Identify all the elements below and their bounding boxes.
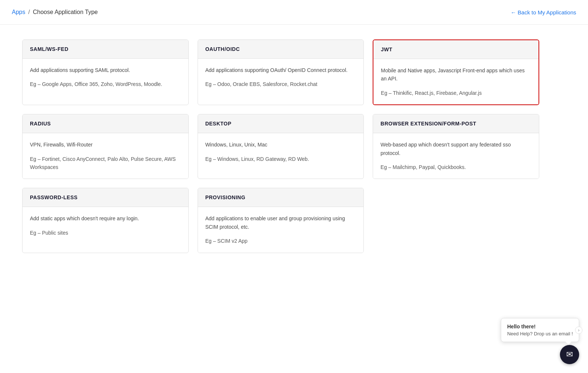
card-title-desktop: DESKTOP (205, 121, 232, 127)
card-title-oauth: OAUTH/OIDC (205, 46, 240, 52)
card-description-provisioning: Add applications to enable user and grou… (205, 214, 356, 231)
card-header-desktop: DESKTOP (198, 114, 364, 133)
card-description-browser-extension: Web-based app which doesn't support any … (380, 141, 531, 157)
card-examples-jwt: Eg – Thinkific, React.js, Firebase, Angu… (381, 89, 531, 97)
header: Apps / Choose Application Type ← Back to… (0, 0, 588, 25)
card-description-oauth: Add applications supporting OAuth/ OpenI… (205, 66, 356, 74)
chat-collapse-btn[interactable]: › (575, 327, 582, 334)
card-body-saml: Add applications supporting SAML protoco… (23, 59, 188, 96)
chat-bubble: Hello there! Need Help? Drop us an email… (501, 318, 579, 342)
card-title-provisioning: PROVISIONING (205, 194, 246, 200)
breadcrumb-separator: / (28, 9, 30, 15)
card-title-password-less: PASSWORD-LESS (30, 194, 78, 200)
card-title-jwt: JWT (381, 46, 392, 52)
back-to-applications-link[interactable]: ← Back to My Applications (511, 9, 576, 15)
card-header-saml: SAML/WS-FED (23, 40, 188, 59)
main-content: SAML/WS-FED Add applications supporting … (0, 25, 588, 268)
cards-grid: SAML/WS-FED Add applications supporting … (22, 39, 539, 253)
card-body-browser-extension: Web-based app which doesn't support any … (373, 133, 539, 179)
card-body-desktop: Windows, Linux, Unix, Mac Eg – Windows, … (198, 133, 364, 170)
card-examples-radius: Eg – Fortinet, Cisco AnyConnect, Palo Al… (30, 155, 181, 172)
card-jwt[interactable]: JWT Mobile and Native apps, Javascript F… (373, 39, 539, 105)
chat-help-text: Need Help? Drop us an email ! (507, 331, 573, 336)
chat-mail-icon: ✉ (566, 350, 573, 359)
card-examples-provisioning: Eg – SCIM v2 App (205, 237, 356, 245)
card-examples-password-less: Eg – Public sites (30, 229, 181, 237)
card-body-password-less: Add static apps which doesn't require an… (23, 207, 188, 244)
card-title-browser-extension: BROWSER EXTENSION/FORM-POST (380, 121, 476, 127)
apps-link[interactable]: Apps (12, 9, 25, 15)
card-desktop[interactable]: DESKTOP Windows, Linux, Unix, Mac Eg – W… (198, 114, 364, 179)
card-provisioning[interactable]: PROVISIONING Add applications to enable … (198, 188, 364, 253)
card-body-radius: VPN, Firewalls, Wifi-Router Eg – Fortine… (23, 133, 188, 179)
card-title-saml: SAML/WS-FED (30, 46, 68, 52)
chat-hello-text: Hello there! (507, 324, 573, 329)
back-link-label: Back to My Applications (518, 9, 576, 15)
page-title: Choose Application Type (33, 9, 98, 15)
card-oauth[interactable]: OAUTH/OIDC Add applications supporting O… (198, 39, 364, 105)
card-header-provisioning: PROVISIONING (198, 188, 364, 207)
card-description-password-less: Add static apps which doesn't require an… (30, 214, 181, 222)
chat-open-button[interactable]: ✉ (560, 345, 579, 364)
card-body-jwt: Mobile and Native apps, Javascript Front… (373, 59, 539, 104)
card-description-radius: VPN, Firewalls, Wifi-Router (30, 141, 181, 149)
card-radius[interactable]: RADIUS VPN, Firewalls, Wifi-Router Eg – … (22, 114, 189, 179)
card-header-jwt: JWT (373, 40, 539, 59)
card-body-provisioning: Add applications to enable user and grou… (198, 207, 364, 252)
card-header-browser-extension: BROWSER EXTENSION/FORM-POST (373, 114, 539, 133)
card-browser-extension[interactable]: BROWSER EXTENSION/FORM-POST Web-based ap… (373, 114, 539, 179)
card-password-less[interactable]: PASSWORD-LESS Add static apps which does… (22, 188, 189, 253)
card-examples-oauth: Eg – Odoo, Oracle EBS, Salesforce, Rocke… (205, 80, 356, 88)
card-examples-desktop: Eg – Windows, Linux, RD Gateway, RD Web. (205, 155, 356, 163)
card-header-oauth: OAUTH/OIDC (198, 40, 364, 59)
card-description-jwt: Mobile and Native apps, Javascript Front… (381, 66, 531, 83)
card-description-desktop: Windows, Linux, Unix, Mac (205, 141, 356, 149)
card-body-oauth: Add applications supporting OAuth/ OpenI… (198, 59, 364, 96)
card-examples-saml: Eg – Google Apps, Office 365, Zoho, Word… (30, 80, 181, 88)
card-saml[interactable]: SAML/WS-FED Add applications supporting … (22, 39, 189, 105)
back-arrow-icon: ← (511, 9, 516, 15)
card-title-radius: RADIUS (30, 121, 51, 127)
breadcrumb: Apps / Choose Application Type (12, 9, 98, 15)
card-examples-browser-extension: Eg – Mailchimp, Paypal, Quickbooks. (380, 163, 531, 171)
card-header-password-less: PASSWORD-LESS (23, 188, 188, 207)
card-description-saml: Add applications supporting SAML protoco… (30, 66, 181, 74)
card-header-radius: RADIUS (23, 114, 188, 133)
chat-widget: Hello there! Need Help? Drop us an email… (501, 318, 579, 364)
